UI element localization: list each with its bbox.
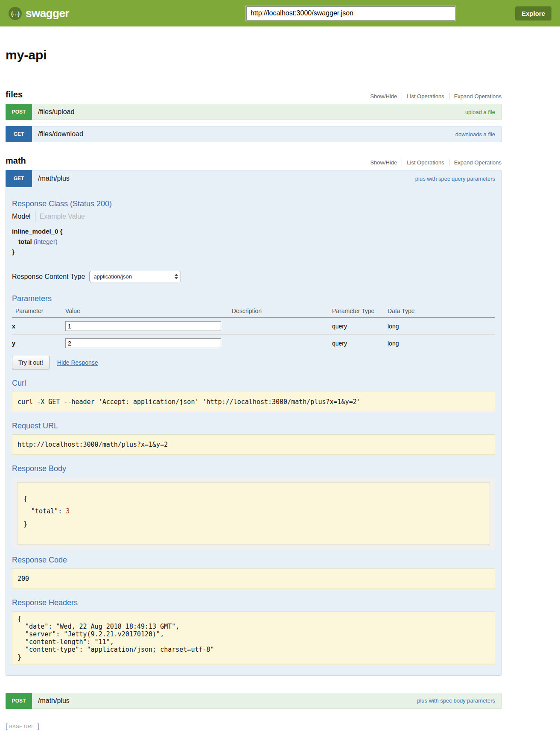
method-badge-post: POST [6,693,32,709]
response-code-block: 200 [12,568,495,589]
response-content-type-label: Response Content Type [12,273,85,281]
bracket-close: ] [37,723,39,730]
operation-get-math-plus: GET /math/plus plus with spec query para… [6,170,502,676]
tab-model[interactable]: Model [12,213,35,220]
param-data-type: long [388,335,495,352]
model-close: } [12,248,495,255]
model-property: total (integer) [12,238,495,245]
expand-operations-link[interactable]: Expand Operations [449,93,502,100]
model-property-type: (integer) [34,238,58,245]
section-title-math: math [6,156,26,166]
method-badge-get: GET [6,170,32,187]
method-badge-get: GET [6,126,32,142]
try-it-out-button[interactable]: Try it out! [12,356,50,369]
explore-button[interactable]: Explore [515,6,551,20]
param-type: query [332,318,388,335]
section-math: math Show/Hide List Operations Expand Op… [6,156,502,709]
param-description [232,318,332,335]
col-description: Description [232,306,332,318]
json-text: { "total": [23,495,66,515]
list-operations-link[interactable]: List Operations [402,159,449,166]
table-row-x: x query long [12,318,495,335]
operation-path-link[interactable]: /files/download [38,130,83,138]
base-url-footer: [ BASE URL: ] [6,723,502,730]
curl-command-block: curl -X GET --header 'Accept: applicatio… [12,392,495,412]
swagger-logo-text: swagger [26,7,69,20]
table-row-y: y query long [12,335,495,352]
model-property-name: total [18,238,32,245]
operation-summary-link[interactable]: downloads a file [455,131,501,138]
tab-example-value[interactable]: Example Value [35,213,85,220]
param-name: y [12,335,65,352]
param-name: x [12,318,65,335]
operation-summary-link[interactable]: upload a file [465,109,501,115]
response-class-heading: Response Class (Status 200) [12,199,495,208]
request-url-heading: Request URL [12,422,495,430]
param-description [232,335,332,352]
selected-option: application/json [93,273,175,280]
response-body-json: { "total": 3 } [17,482,490,545]
json-number: 3 [66,507,70,515]
list-operations-link[interactable]: List Operations [402,93,449,100]
param-data-type: long [388,318,495,335]
col-parameter-type: Parameter Type [332,306,388,318]
operation-get-files-download: GET /files/download downloads a file [6,126,502,142]
method-badge-post: POST [6,104,32,120]
response-headers-heading: Response Headers [12,598,495,607]
parameters-heading: Parameters [12,294,495,303]
operation-summary-link[interactable]: plus with spec query parameters [415,176,501,182]
operation-post-files-upload: POST /files/upload upload a file [6,104,502,120]
response-headers-block: { "date": "Wed, 22 Aug 2018 18:49:13 GMT… [12,611,495,665]
spec-url-input[interactable] [246,6,455,20]
operation-path-link[interactable]: /math/plus [38,175,70,182]
try-row: Try it out! Hide Response [12,356,495,369]
model-open: inline_model_0 { [12,228,495,235]
response-content-type-row: Response Content Type application/json [12,271,495,282]
operation-path-link[interactable]: /files/upload [38,108,74,116]
response-body-heading: Response Body [12,464,495,473]
base-url-label: BASE URL: [9,724,35,729]
param-y-input[interactable] [65,338,221,348]
swagger-logo[interactable]: {…} swagger [9,7,69,20]
operation-post-math-plus: POST /math/plus plus with spec body para… [6,693,502,709]
col-parameter: Parameter [12,306,65,318]
request-url-block: http://localhost:3000/math/plus?x=1&y=2 [12,434,495,455]
col-value: Value [65,306,232,318]
swagger-logo-icon: {…} [9,7,22,20]
response-content-type-select[interactable]: application/json [89,271,181,282]
model-tabs: Model Example Value [12,211,495,222]
param-x-input[interactable] [65,321,221,331]
json-text: } [23,520,27,528]
operation-heading[interactable]: POST /files/upload upload a file [6,104,502,120]
response-body-container: { "total": 3 } [12,477,495,550]
operation-path-link[interactable]: /math/plus [38,697,70,705]
operation-heading[interactable]: GET /files/download downloads a file [6,126,502,142]
expand-operations-link[interactable]: Expand Operations [449,159,502,166]
content-area: my-api files Show/Hide List Operations E… [6,48,502,730]
app-header: {…} swagger Explore [0,0,560,26]
section-controls-math: Show/Hide List Operations Expand Operati… [365,159,502,166]
page-title: my-api [6,48,502,62]
show-hide-link[interactable]: Show/Hide [365,159,402,166]
show-hide-link[interactable]: Show/Hide [365,93,402,100]
param-type: query [332,335,388,352]
operation-summary-link[interactable]: plus with spec body parameters [417,697,501,704]
section-files: files Show/Hide List Operations Expand O… [6,90,502,142]
response-code-heading: Response Code [12,556,495,565]
section-controls-files: Show/Hide List Operations Expand Operati… [365,93,502,100]
operation-heading[interactable]: POST /math/plus plus with spec body para… [6,693,502,709]
select-arrows-icon [175,274,178,279]
bracket-open: [ [6,723,7,730]
operation-heading[interactable]: GET /math/plus plus with spec query para… [6,170,501,187]
col-data-type: Data Type [388,306,495,318]
parameters-table: Parameter Value Description Parameter Ty… [12,306,495,351]
curl-heading: Curl [12,379,495,388]
section-title-files: files [6,90,23,100]
model-signature: inline_model_0 { total (integer) } [12,228,495,255]
parameters-header-row: Parameter Value Description Parameter Ty… [12,306,495,318]
operation-expanded-content: Response Class (Status 200) Model Exampl… [6,187,501,675]
hide-response-link[interactable]: Hide Response [57,359,98,366]
